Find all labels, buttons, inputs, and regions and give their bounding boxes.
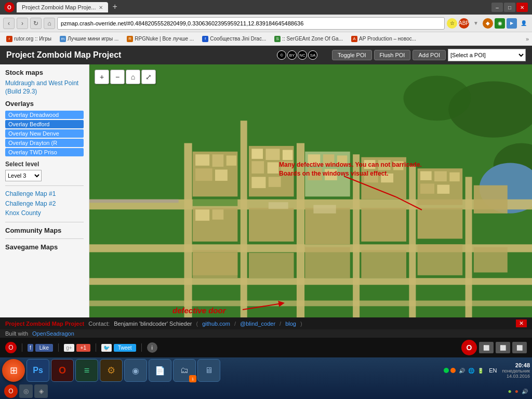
bookmark-rpgnuke[interactable]: R RPGNuke | Все лучше ...	[124, 35, 197, 43]
knox-county-link[interactable]: Knox County	[5, 209, 84, 218]
bookmarks-bar: r rutor.org :: Игры m Лучшие мини игры .…	[0, 32, 532, 46]
bookmark-rutor[interactable]: r rutor.org :: Игры	[3, 35, 55, 43]
maximize-button[interactable]: □	[504, 3, 515, 12]
close-button[interactable]: ✕	[516, 3, 528, 12]
tray-speaker[interactable]: 🔊	[522, 389, 528, 394]
zoom-out-button[interactable]: −	[110, 70, 125, 84]
level-select[interactable]: Level 0 Level 1 Level 2 Level 3 Level 4 …	[5, 170, 42, 181]
user-icon[interactable]: 👤	[518, 18, 529, 29]
thumb3[interactable]: ⬜	[512, 342, 527, 353]
tray-network-icon[interactable]: 🌐	[468, 368, 474, 374]
home-button[interactable]: ⌂	[44, 18, 55, 29]
taskbar-app5[interactable]: ◉	[124, 359, 147, 382]
url-bar[interactable]	[57, 17, 445, 30]
svg-rect-47	[313, 205, 336, 214]
footer-openseadragon-link[interactable]: OpenSeadragon	[32, 330, 74, 337]
new-tab-button[interactable]: +	[109, 2, 120, 12]
lang-button[interactable]: EN	[487, 366, 499, 375]
thumb2[interactable]: ⬜	[496, 342, 510, 353]
extension-icon[interactable]: ◆	[483, 18, 493, 29]
toggle-poi-button[interactable]: Toggle POI	[332, 50, 371, 60]
tab-label: Project Zomboid Map Proje...	[22, 4, 96, 10]
minimize-button[interactable]: –	[491, 3, 503, 12]
bookmark-icon[interactable]: ☆	[447, 18, 457, 29]
svg-rect-39	[418, 208, 463, 239]
taskbar-photoshop[interactable]: Ps	[26, 359, 49, 382]
overlay-twd[interactable]: Overlay TWD Priso	[5, 148, 84, 156]
start-button[interactable]: ⊞	[2, 359, 25, 382]
svg-rect-20	[195, 168, 212, 181]
overlay-bedford[interactable]: Overlay Bedford	[5, 120, 84, 128]
bookmark-jini[interactable]: f Сообщества Jini Drac...	[199, 35, 269, 43]
taskbar-opera[interactable]: O	[51, 359, 74, 382]
back-button[interactable]: ‹	[3, 18, 15, 29]
cc-by-icon: BY	[287, 50, 297, 60]
svg-rect-43	[337, 155, 347, 165]
app5-icon: ◉	[132, 366, 139, 376]
footer-blog-link[interactable]: blog	[285, 321, 296, 327]
small-opera-btn[interactable]: O	[4, 384, 18, 398]
thumb1[interactable]: ⬜	[479, 342, 494, 353]
fb-like-button[interactable]: Like	[35, 344, 53, 352]
challenge-map-1-link[interactable]: Challenge Map #1	[5, 190, 84, 198]
tab-close-btn[interactable]: ✕	[99, 5, 103, 10]
info-button[interactable]: i	[147, 342, 157, 353]
svg-rect-8	[184, 143, 192, 317]
fullscreen-button[interactable]: ⤢	[141, 70, 156, 84]
tweet-button[interactable]: Tweet	[114, 344, 136, 352]
svg-rect-9	[241, 121, 247, 317]
nav-icons: ☆ ABP ▼ ◆ ◉ ▶ 👤	[447, 18, 529, 29]
svg-rect-13	[466, 177, 472, 317]
footer-github-link[interactable]: github.com	[202, 321, 230, 327]
taskbar: ⊞ Ps O ≡ ⚙ ◉ 📄	[0, 357, 532, 399]
zoom-in-button[interactable]: +	[95, 70, 109, 84]
add-poi-button[interactable]: Add POI	[413, 50, 446, 60]
opera-tray-icon[interactable]: O	[461, 340, 477, 355]
overlay-dreadwood[interactable]: Overlay Dreadwood	[5, 111, 84, 119]
adblock-icon[interactable]: ABP	[459, 18, 469, 29]
tray-dot-green: ●	[508, 388, 512, 395]
challenge-map-2-link[interactable]: Challenge Map #2	[5, 200, 84, 208]
map-area[interactable]: + − ⌂ ⤢	[89, 64, 532, 317]
muldraugh-link[interactable]: Muldraugh and West Point (Build 29.3)	[5, 79, 84, 96]
small-app3[interactable]: ◈	[34, 384, 48, 398]
taskbar-filemanager[interactable]: 🗂 1	[173, 359, 196, 382]
cc-nc-icon: NC	[298, 50, 307, 60]
gplus-icon: g+	[64, 344, 74, 352]
poi-select[interactable]: [Select a POI]	[448, 49, 526, 61]
download-icon[interactable]: ▼	[471, 18, 481, 29]
svg-rect-12	[409, 166, 416, 317]
taskbar-app4[interactable]: ⚙	[100, 359, 123, 382]
bookmark-sergeant[interactable]: S :: SerGEAnt Zone Of Ga...	[271, 35, 346, 43]
extension2-icon[interactable]: ◉	[495, 18, 505, 29]
footer-twitter-link[interactable]: @blind_coder	[240, 321, 275, 327]
svg-rect-29	[251, 161, 264, 174]
refresh-button[interactable]: ↻	[30, 18, 42, 29]
taskbar-app6[interactable]: 📄	[149, 359, 171, 382]
overlay-drayton[interactable]: Overlay Drayton (R	[5, 139, 84, 147]
home-view-button[interactable]: ⌂	[126, 70, 140, 84]
taskbar-monitor[interactable]: 🖥	[197, 359, 220, 382]
active-tab[interactable]: Project Zomboid Map Proje... ✕	[17, 2, 108, 12]
overlay-new-denver[interactable]: Overlay New Denve	[5, 129, 84, 138]
nav-bar: ‹ › ↻ ⌂ ☆ ABP ▼ ◆ ◉ ▶ 👤	[0, 15, 532, 32]
taskbar-app3[interactable]: ≡	[75, 359, 98, 382]
tray-battery-icon[interactable]: 🔋	[477, 368, 484, 374]
forward-button[interactable]: ›	[17, 18, 28, 29]
overlays-title: Overlays	[5, 100, 84, 108]
small-app2[interactable]: ◎	[19, 384, 33, 398]
extension3-icon[interactable]: ▶	[507, 18, 517, 29]
footer-contact-name: Benjamin 'blindcoder' Schieder	[114, 321, 192, 327]
bookmark-ap[interactable]: A AP Production – новос...	[348, 35, 419, 43]
monitor-icon: 🖥	[205, 366, 213, 375]
taskbar-apps: ⊞ Ps O ≡ ⚙ ◉ 📄	[0, 357, 532, 383]
footer-close-button[interactable]: ✕	[516, 320, 527, 327]
more-bookmarks-btn[interactable]: »	[526, 36, 529, 42]
tray-icon1[interactable]: 🔊	[459, 368, 465, 374]
svg-rect-37	[361, 208, 406, 242]
gplus-button[interactable]: +1	[76, 344, 90, 352]
svg-rect-59	[420, 183, 434, 193]
flush-poi-button[interactable]: Flush POI	[374, 50, 411, 60]
svg-rect-22	[195, 209, 209, 221]
bookmark-mini-games[interactable]: m Лучшие мини игры ...	[57, 35, 122, 43]
